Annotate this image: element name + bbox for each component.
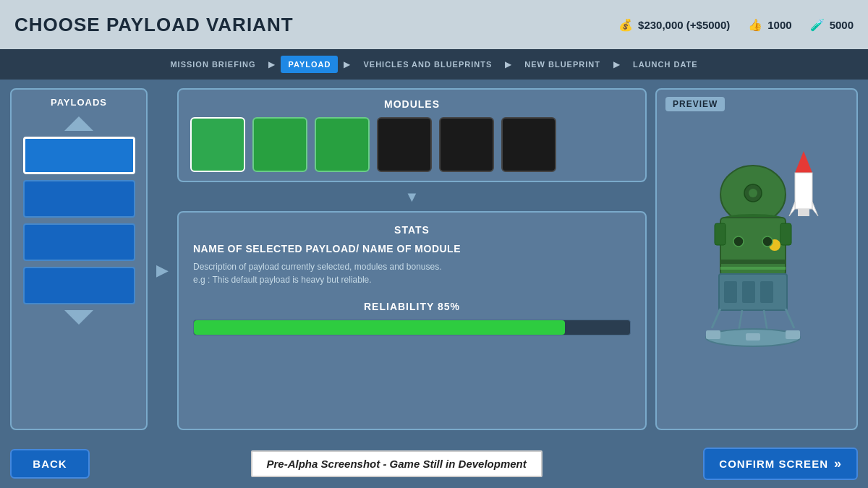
preview-label: PREVIEW: [665, 97, 725, 111]
confirm-button[interactable]: CONFIRM SCREEN »: [703, 448, 858, 480]
nav-mission-briefing[interactable]: MISSION BRIEFING: [163, 56, 263, 73]
research-icon: 🧪: [809, 17, 825, 33]
nav-payload[interactable]: PAYLOAD: [281, 56, 338, 73]
rating-icon: 👍: [747, 17, 763, 33]
watermark-banner: Pre-Alpha Screenshot - Game Still in Dev…: [251, 450, 542, 477]
module-slot-4[interactable]: [377, 117, 432, 172]
money-stat: 💰 $230,000 (+$5000): [618, 17, 730, 33]
modules-grid: [190, 117, 634, 172]
page-title: CHOOSE PAYLOAD VARIANT: [14, 14, 294, 36]
nav-vehicles[interactable]: VEHICLES AND BLUEPRINTS: [356, 56, 499, 73]
svg-marker-0: [795, 151, 812, 173]
payloads-title: PAYLOADS: [51, 97, 107, 108]
nav-arrow-2: ▶: [344, 59, 350, 69]
svg-point-13: [733, 236, 744, 247]
svg-rect-19: [742, 281, 755, 303]
scroll-down-button[interactable]: [64, 310, 93, 325]
header: CHOOSE PAYLOAD VARIANT 💰 $230,000 (+$500…: [0, 0, 868, 49]
back-button[interactable]: BACK: [10, 449, 90, 479]
header-stats: 💰 $230,000 (+$5000) 👍 1000 🧪 5000: [618, 17, 854, 33]
reliability-progress-fill: [194, 320, 565, 335]
payload-description: Description of payload currently selecte…: [193, 260, 631, 286]
nav-arrow-1: ▶: [268, 59, 275, 69]
svg-line-21: [712, 309, 720, 328]
nav-arrow-4: ▶: [613, 59, 620, 69]
payload-name: NAME OF SELECTED PAYLOAD/ NAME OF MODULE: [193, 243, 631, 254]
reliability-label: RELIABILITY 85%: [193, 301, 631, 312]
module-slot-5[interactable]: [439, 117, 494, 172]
center-panel: MODULES ▼ STATS NAME OF SELECTED PAYLOAD…: [177, 88, 647, 430]
svg-rect-10: [715, 223, 726, 245]
nav-blueprint[interactable]: NEW BLUEPRINT: [517, 56, 608, 73]
payloads-panel: PAYLOADS: [10, 88, 148, 430]
rating-stat: 👍 1000: [747, 17, 791, 33]
reliability-progress-bg: [193, 320, 631, 335]
confirm-chevrons-icon: »: [834, 456, 842, 471]
footer: BACK Pre-Alpha Screenshot - Game Still i…: [0, 439, 868, 488]
module-slot-2[interactable]: [252, 117, 307, 172]
svg-line-22: [786, 309, 794, 328]
research-stat: 🧪 5000: [809, 17, 854, 33]
svg-rect-27: [786, 330, 800, 339]
payload-item-4[interactable]: [23, 267, 135, 304]
nav-launch[interactable]: LAUNCH DATE: [626, 56, 705, 73]
scroll-up-button[interactable]: [64, 116, 93, 131]
left-arrow-connector: ▶: [156, 88, 169, 430]
nav-arrow-3: ▶: [505, 59, 511, 69]
svg-rect-18: [724, 281, 737, 303]
connector-arrow-icon: ▶: [156, 261, 169, 280]
module-slot-6[interactable]: [501, 117, 556, 172]
down-arrow: ▼: [177, 189, 647, 204]
modules-section: MODULES: [177, 88, 647, 182]
svg-rect-16: [720, 267, 786, 270]
modules-title: MODULES: [190, 98, 634, 110]
stats-section: STATS NAME OF SELECTED PAYLOAD/ NAME OF …: [177, 211, 647, 430]
svg-point-14: [762, 236, 773, 247]
preview-content: [657, 90, 856, 429]
payload-item-2[interactable]: [23, 180, 135, 218]
module-slot-1[interactable]: [190, 117, 245, 172]
svg-rect-15: [720, 260, 786, 264]
main-content: PAYLOADS ▶ MODULES ▼ STATS: [0, 80, 868, 439]
svg-marker-3: [812, 202, 818, 216]
svg-rect-20: [760, 281, 773, 303]
module-slot-3[interactable]: [315, 117, 370, 172]
svg-point-7: [749, 189, 757, 197]
svg-rect-11: [780, 223, 791, 245]
svg-rect-28: [746, 333, 760, 341]
preview-panel: PREVIEW: [655, 88, 858, 430]
stats-title: STATS: [193, 224, 631, 236]
svg-marker-2: [789, 202, 795, 216]
svg-rect-1: [795, 173, 812, 209]
payload-item-3[interactable]: [23, 223, 135, 261]
money-icon: 💰: [618, 17, 634, 33]
svg-rect-4: [798, 209, 809, 216]
payload-item-1[interactable]: [23, 137, 135, 174]
svg-rect-26: [706, 330, 720, 339]
spacecraft-svg: [684, 129, 829, 404]
navbar: MISSION BRIEFING ▶ PAYLOAD ▶ VEHICLES AN…: [0, 49, 868, 80]
